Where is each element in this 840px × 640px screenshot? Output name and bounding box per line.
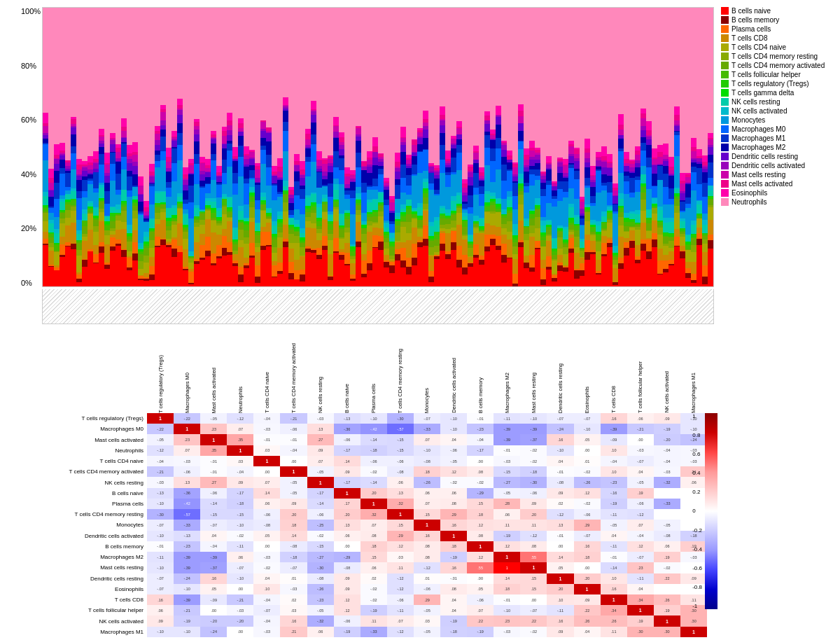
matrix-cell: -.37 <box>200 562 227 573</box>
bar-segment <box>473 195 479 216</box>
bar-segment <box>249 159 255 165</box>
bar-segment <box>535 155 540 160</box>
bar-segment <box>249 197 255 202</box>
cell-value: -.05 <box>664 523 670 527</box>
bar-segment <box>160 151 166 160</box>
bar-segment <box>372 190 378 199</box>
cell-value: -.23 <box>610 480 617 485</box>
bar-column <box>400 8 406 286</box>
bar-segment <box>708 200 713 204</box>
colorbar-label: -0.8 <box>692 584 702 590</box>
legend-color-box <box>721 144 729 151</box>
cell-value: -.29 <box>344 555 350 559</box>
bar-segment <box>590 187 596 195</box>
legend-color-box <box>721 71 729 78</box>
bar-segment <box>640 251 646 286</box>
matrix-cell: -.10 <box>493 605 520 615</box>
bar-segment <box>166 197 172 208</box>
bar-segment <box>333 202 339 207</box>
matrix-cell: -.02 <box>520 445 547 456</box>
matrix-cell: -.10 <box>414 445 440 456</box>
bar-segment <box>322 219 328 236</box>
y-tick: 20% <box>21 224 41 232</box>
cell-value: .08 <box>424 555 430 559</box>
cell-value: -.19 <box>344 629 350 634</box>
legend-item: Neutrophils <box>721 198 825 206</box>
legend-color-box <box>721 153 729 160</box>
matrix-cell: -.39 <box>493 434 520 445</box>
bar-segment <box>618 130 624 135</box>
bar-segment <box>468 207 473 214</box>
bar-segment <box>54 144 59 155</box>
cell-value: -.10 <box>557 448 564 452</box>
bar-segment <box>288 243 294 249</box>
bar-segment <box>59 174 65 195</box>
bar-segment <box>406 240 412 258</box>
bar-column <box>305 8 311 286</box>
matrix-cell: -.23 <box>307 594 334 605</box>
bar-segment <box>59 218 65 223</box>
bar-segment <box>584 162 590 167</box>
y-tick: 40% <box>21 170 41 179</box>
cell-value: -.32 <box>317 619 323 623</box>
cell-value: -.05 <box>610 523 617 527</box>
matrix-cell: 1 <box>200 434 227 445</box>
bar-segment <box>540 225 546 232</box>
cell-value: .06 <box>398 480 403 485</box>
bar-column <box>260 8 266 286</box>
cell-value: .16 <box>558 438 564 442</box>
cell-value: .07 <box>477 608 483 613</box>
bar-segment <box>501 209 507 214</box>
bar-segment <box>507 200 512 207</box>
legend-item: Mast cells activated <box>721 180 825 188</box>
matrix-cell: .06 <box>227 552 253 562</box>
bar-segment <box>473 188 479 195</box>
matrix-cell: .10 <box>601 445 627 456</box>
bar-segment <box>294 8 300 154</box>
bar-segment <box>177 133 183 145</box>
bar-segment <box>227 113 232 120</box>
bar-segment <box>99 188 104 198</box>
cell-value: .19 <box>638 491 643 495</box>
cell-value: .07 <box>424 438 430 442</box>
bar-segment <box>333 238 339 251</box>
bar-segment <box>211 232 216 253</box>
cell-value: .21 <box>291 629 297 634</box>
bar-segment <box>205 177 211 183</box>
bar-segment <box>378 174 384 192</box>
bar-segment <box>612 246 618 251</box>
bar-segment <box>635 8 640 146</box>
bar-segment <box>372 146 378 151</box>
bar-segment <box>501 165 507 180</box>
bar-segment <box>501 218 507 224</box>
matrix-cell: -.16 <box>601 488 627 499</box>
bar-column <box>288 8 294 286</box>
cell-value: .20 <box>344 513 350 517</box>
bar-segment <box>518 111 524 116</box>
legend-item: Macrophages M1 <box>721 134 825 142</box>
bar-segment <box>451 242 456 250</box>
bar-segment <box>685 8 691 173</box>
matrix-cell: -.07 <box>574 413 601 424</box>
bar-segment <box>529 255 535 267</box>
bar-segment <box>389 213 395 221</box>
bar-segment <box>535 249 540 286</box>
bar-column <box>535 8 540 286</box>
bar-segment <box>518 131 524 141</box>
cell-value: -.10 <box>504 608 510 613</box>
bar-segment <box>557 255 563 262</box>
bar-segment <box>328 197 333 211</box>
matrix-cell: .01 <box>574 456 601 466</box>
bar-segment <box>266 155 272 167</box>
legend-label: T cells regulatory (Tregs) <box>732 80 809 88</box>
bar-segment <box>132 142 138 152</box>
matrix-cell: .16 <box>601 584 627 594</box>
bar-segment <box>372 179 378 186</box>
bar-segment <box>249 202 255 207</box>
cell-value: .05 <box>558 566 564 570</box>
bar-segment <box>356 167 361 187</box>
bar-column <box>691 8 696 286</box>
matrix-cell: .12 <box>334 594 360 605</box>
cell-value: -.02 <box>370 598 377 602</box>
bar-segment <box>350 8 356 169</box>
